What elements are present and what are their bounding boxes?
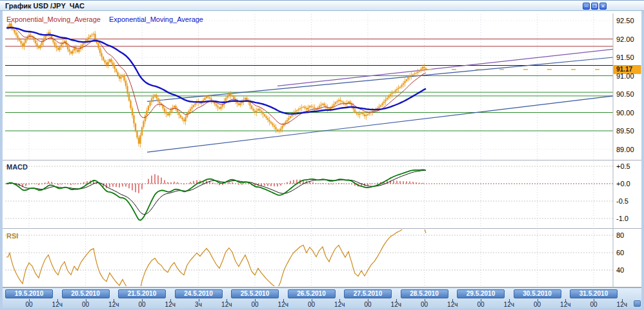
macd-histogram-bar xyxy=(138,184,139,193)
macd-histogram-bar xyxy=(396,180,397,184)
macd-histogram-bar xyxy=(287,182,287,184)
macd-histogram-bar xyxy=(148,179,148,184)
date-box[interactable]: 29.5.2010 xyxy=(457,289,505,298)
macd-histogram-bar xyxy=(322,183,323,184)
maximize-button[interactable]: ❒ xyxy=(591,3,598,10)
date-box[interactable]: 26.5.2010 xyxy=(288,289,336,298)
macd-histogram-bar xyxy=(116,184,116,187)
time-label: 12ч xyxy=(498,301,521,308)
time-label: 00 xyxy=(413,301,436,308)
ema-slow-legend[interactable]: Exponential_Moving_Average xyxy=(109,15,203,23)
window-title: График USD /JPY ЧАС xyxy=(5,2,85,10)
macd-histogram-bar xyxy=(293,180,294,184)
titlebar[interactable]: График USD /JPY ЧАС ─ ❒ ✕ xyxy=(0,0,644,11)
macd-histogram-bar xyxy=(403,181,403,184)
macd-histogram-bar xyxy=(61,184,61,184)
macd-histogram-bar xyxy=(419,183,419,184)
price-tick-label: 91.00 xyxy=(616,72,634,80)
time-label: 12ч xyxy=(102,301,125,308)
date-box[interactable]: 25.5.2010 xyxy=(231,289,279,298)
date-box[interactable]: 31.5.2010 xyxy=(570,289,618,298)
macd-histogram-bar xyxy=(190,182,190,184)
macd-histogram-bar xyxy=(412,182,413,184)
macd-histogram-bar xyxy=(119,184,119,188)
macd-histogram-bar xyxy=(248,184,248,184)
macd-histogram-bar xyxy=(35,184,35,184)
macd-histogram-bar xyxy=(109,184,110,187)
close-button[interactable]: ✕ xyxy=(599,3,607,10)
price-tick-label: 89.00 xyxy=(616,146,634,153)
window-controls: ─ ❒ ✕ xyxy=(583,3,607,10)
macd-histogram-bar xyxy=(416,182,416,184)
time-label: 00 xyxy=(526,301,549,308)
macd-histogram-bar xyxy=(83,182,84,184)
indicator-legend: Exponential_Moving_Average Exponential_M… xyxy=(6,15,203,23)
price-tick-label: 90.50 xyxy=(616,90,634,98)
macd-histogram-bar xyxy=(154,174,155,184)
time-label: 12ч xyxy=(385,301,408,308)
date-box[interactable]: 28.5.2010 xyxy=(401,289,448,298)
macd-histogram-bar xyxy=(280,184,281,186)
date-box[interactable]: 21.5.2010 xyxy=(118,289,166,298)
time-label: 12ч xyxy=(554,301,577,308)
macd-histogram-bar xyxy=(57,184,58,185)
macd-histogram-bar xyxy=(219,184,219,185)
macd-histogram-bar xyxy=(48,181,48,184)
macd-histogram-bar xyxy=(328,184,329,184)
macd-histogram-bar xyxy=(28,184,29,184)
ema-fast-legend[interactable]: Exponential_Moving_Average xyxy=(6,15,101,23)
time-label: 00 xyxy=(243,301,267,308)
macd-histogram-bar xyxy=(351,184,352,184)
macd-tick-label: +0.0 xyxy=(616,180,630,188)
macd-histogram-bar xyxy=(77,184,77,184)
rsi-tick-label: 80 xyxy=(616,231,624,239)
time-label: 3ч xyxy=(187,301,210,308)
macd-histogram-bar xyxy=(161,178,161,184)
macd-histogram-bar xyxy=(174,182,174,184)
date-box[interactable]: 30.5.2010 xyxy=(514,289,561,298)
macd-histogram-bar xyxy=(309,182,310,184)
macd-histogram-bar xyxy=(74,184,74,184)
macd-histogram-bar xyxy=(122,184,123,186)
time-label: 00 xyxy=(469,301,492,308)
macd-histogram-bar xyxy=(222,184,223,185)
time-label: 00 xyxy=(582,301,605,308)
time-label: 00 xyxy=(17,301,41,308)
date-box[interactable]: 20.5.2010 xyxy=(62,289,110,298)
macd-histogram-bar xyxy=(80,183,81,184)
date-box[interactable]: 27.5.2010 xyxy=(344,289,392,298)
macd-histogram-bar xyxy=(206,180,206,184)
macd-histogram-bar xyxy=(316,183,316,184)
macd-tick-label: -0.5 xyxy=(616,197,629,205)
macd-histogram-bar xyxy=(238,184,239,185)
scroll-corner-button[interactable] xyxy=(634,300,641,307)
macd-histogram-bar xyxy=(264,184,265,186)
chart-window: График USD /JPY ЧАС ─ ❒ ✕ 91.1792.5092.0… xyxy=(0,0,644,310)
price-tick-label: 91.50 xyxy=(616,53,634,61)
macd-histogram-bar xyxy=(157,175,158,184)
macd-histogram-bar xyxy=(277,184,277,186)
chart-canvas[interactable]: 91.1792.5092.0091.5091.0090.5090.0089.50… xyxy=(0,11,644,310)
minimize-button[interactable]: ─ xyxy=(583,3,590,10)
macd-histogram-bar xyxy=(212,182,213,184)
macd-histogram-bar xyxy=(51,182,52,184)
date-box[interactable]: 24.5.2010 xyxy=(175,289,223,298)
macd-histogram-bar xyxy=(151,175,152,184)
macd-histogram-bar xyxy=(45,182,45,184)
macd-histogram-bar xyxy=(86,181,87,184)
macd-histogram-bar xyxy=(232,182,232,184)
macd-histogram-bar xyxy=(106,184,106,188)
price-tick-label: 92.50 xyxy=(616,17,634,24)
macd-histogram-bar xyxy=(38,184,39,185)
macd-histogram-bar xyxy=(193,181,194,184)
macd-histogram-bar xyxy=(399,181,400,184)
macd-histogram-bar xyxy=(25,184,26,186)
time-label: 12ч xyxy=(328,301,351,308)
macd-histogram-bar xyxy=(270,184,271,186)
date-box[interactable]: 19.5.2010 xyxy=(5,289,53,298)
price-tick-label: 89.50 xyxy=(616,127,634,135)
rsi-panel-label: RSI xyxy=(6,232,18,240)
price-tick-label: 92.00 xyxy=(616,35,634,43)
macd-histogram-bar xyxy=(261,184,261,186)
macd-histogram-bar xyxy=(132,184,132,190)
